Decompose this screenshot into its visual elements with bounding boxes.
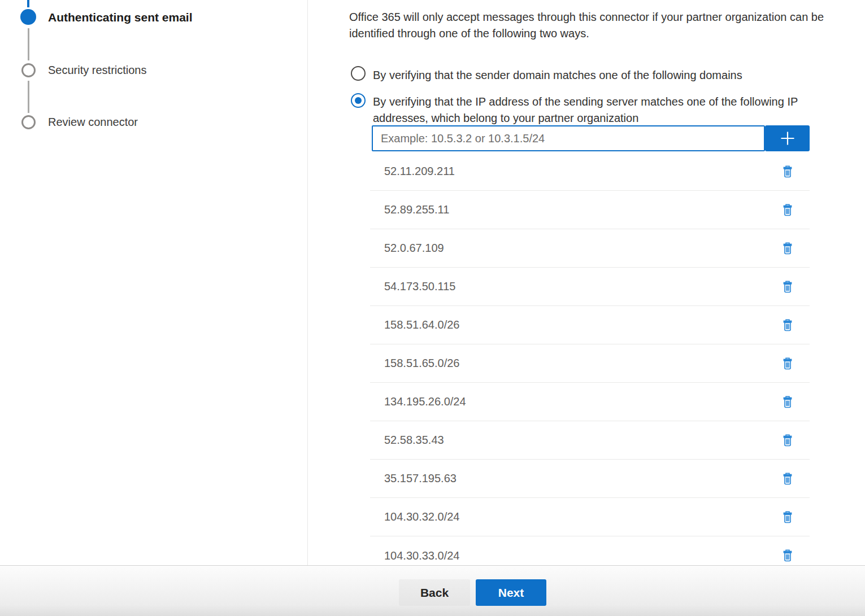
radio-verify-ip-address-label[interactable]: By verifying that the IP address of the … — [373, 94, 838, 126]
ip-list-item: 158.51.65.0/26 — [370, 344, 810, 383]
ip-address-value: 104.30.33.0/24 — [384, 549, 459, 562]
wizard-steps-sidebar: Authenticating sent email Security restr… — [0, 0, 308, 565]
ip-address-value: 52.0.67.109 — [384, 242, 444, 255]
trash-icon — [782, 434, 793, 447]
trash-icon — [782, 396, 793, 408]
trash-icon — [782, 549, 793, 562]
ip-address-value: 52.58.35.43 — [384, 434, 444, 447]
delete-ip-button[interactable] — [779, 202, 796, 219]
delete-ip-button[interactable] — [779, 394, 796, 410]
ip-list-item: 134.195.26.0/24 — [370, 383, 810, 421]
ip-address-value: 52.11.209.211 — [384, 165, 455, 178]
ip-address-list: 52.11.209.211 52.89.255.11 — [370, 152, 810, 565]
ip-list-item: 54.173.50.115 — [370, 268, 810, 306]
wizard-step-authenticating-sent-email: Authenticating sent email — [48, 11, 193, 24]
add-ip-button[interactable] — [765, 125, 810, 151]
delete-ip-button[interactable] — [779, 240, 796, 257]
ip-address-input[interactable] — [372, 125, 765, 151]
ip-address-value: 134.195.26.0/24 — [384, 395, 466, 408]
ip-list-item: 104.30.33.0/24 — [370, 536, 810, 565]
step-current-indicator — [20, 9, 36, 25]
ip-list-item: 52.0.67.109 — [370, 229, 810, 268]
trash-icon — [782, 357, 793, 370]
intro-text: Office 365 will only accept messages thr… — [349, 9, 865, 42]
back-button[interactable]: Back — [399, 579, 470, 606]
trash-icon — [782, 242, 793, 255]
trash-icon — [782, 511, 793, 523]
ip-address-value: 35.157.195.63 — [384, 472, 457, 485]
step-upcoming-indicator — [21, 63, 36, 77]
radio-verify-ip-address[interactable] — [351, 93, 366, 108]
ip-list-item: 52.11.209.211 — [370, 152, 810, 191]
ip-list-item: 158.51.64.0/26 — [370, 306, 810, 344]
ip-list-item: 52.89.255.11 — [370, 191, 810, 229]
trash-icon — [782, 165, 793, 178]
wizard-step-security-restrictions: Security restrictions — [48, 64, 147, 77]
delete-ip-button[interactable] — [779, 470, 796, 487]
wizard-footer: Back Next — [0, 565, 865, 616]
delete-ip-button[interactable] — [779, 317, 796, 334]
trash-icon — [782, 281, 793, 293]
radio-verify-sender-domain-label[interactable]: By verifying that the sender domain matc… — [373, 67, 791, 84]
delete-ip-button[interactable] — [779, 432, 796, 449]
step-connector-line — [28, 28, 29, 60]
delete-ip-button[interactable] — [779, 163, 796, 180]
trash-icon — [782, 319, 793, 331]
next-button[interactable]: Next — [476, 579, 546, 606]
radio-verify-sender-domain[interactable] — [351, 66, 366, 81]
ip-address-value: 158.51.65.0/26 — [384, 357, 459, 370]
trash-icon — [782, 473, 793, 485]
ip-list-item: 104.30.32.0/24 — [370, 498, 810, 536]
ip-list-item: 52.58.35.43 — [370, 421, 810, 460]
ip-address-value: 158.51.64.0/26 — [384, 318, 459, 331]
step-upcoming-indicator — [21, 115, 36, 129]
step-connector-line — [27, 0, 29, 7]
delete-ip-button[interactable] — [779, 278, 796, 295]
delete-ip-button[interactable] — [779, 547, 796, 564]
ip-address-value: 54.173.50.115 — [384, 280, 455, 293]
plus-icon — [778, 129, 797, 148]
step-connector-line — [28, 81, 29, 113]
delete-ip-button[interactable] — [779, 355, 796, 372]
trash-icon — [782, 204, 793, 216]
wizard-step-review-connector: Review connector — [48, 116, 138, 129]
ip-address-value: 52.89.255.11 — [384, 203, 449, 216]
ip-list-item: 35.157.195.63 — [370, 460, 810, 498]
delete-ip-button[interactable] — [779, 509, 796, 526]
ip-address-value: 104.30.32.0/24 — [384, 510, 459, 523]
